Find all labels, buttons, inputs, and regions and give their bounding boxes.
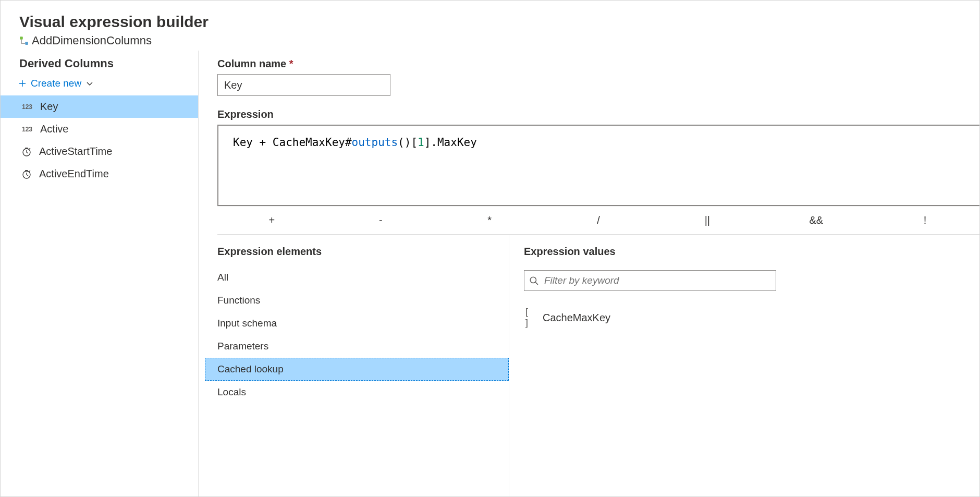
expr-text-3: ].MaxKey bbox=[424, 136, 477, 149]
expression-editor[interactable]: Key + CacheMaxKey#outputs()[1].MaxKey bbox=[217, 125, 979, 206]
values-heading: Expression values bbox=[524, 246, 969, 266]
subtitle-text: AddDimensionColumns bbox=[32, 34, 152, 47]
app-frame: Visual expression builder AddDimensionCo… bbox=[0, 0, 980, 497]
element-category-item[interactable]: Input schema bbox=[217, 312, 509, 335]
expression-values-panel: Expression values [ ]CacheMaxKey bbox=[509, 235, 979, 496]
operator-row: +-*/||&&! bbox=[217, 206, 979, 235]
expression-value-item[interactable]: [ ]CacheMaxKey bbox=[524, 304, 969, 332]
column-item[interactable]: ActiveEndTime bbox=[1, 163, 198, 185]
expr-number: 1 bbox=[418, 136, 424, 149]
operator-button[interactable]: + bbox=[217, 209, 326, 232]
operator-button[interactable]: / bbox=[544, 209, 653, 232]
svg-rect-0 bbox=[20, 37, 23, 40]
column-item[interactable]: ActiveStartTime bbox=[1, 140, 198, 163]
derived-columns-list: 123Key123ActiveActiveStartTimeActiveEndT… bbox=[1, 95, 198, 185]
element-category-item[interactable]: Parameters bbox=[217, 335, 509, 358]
clock-icon bbox=[21, 147, 32, 157]
expr-keyword: outputs bbox=[352, 136, 398, 149]
elements-list: AllFunctionsInput schemaParametersCached… bbox=[217, 266, 509, 404]
svg-rect-1 bbox=[25, 42, 28, 45]
sidebar: Derived Columns Create new 123Key123Acti… bbox=[1, 51, 199, 496]
subtitle-row: AddDimensionColumns bbox=[19, 34, 961, 47]
filter-wrapper bbox=[524, 270, 776, 291]
expression-elements-panel: Expression elements AllFunctionsInput sc… bbox=[217, 235, 509, 496]
column-name-input[interactable] bbox=[217, 74, 390, 96]
sidebar-heading: Derived Columns bbox=[1, 55, 198, 75]
element-category-item[interactable]: All bbox=[217, 266, 509, 289]
main-panel: Column name * Expression Key + CacheMaxK… bbox=[199, 51, 979, 496]
value-label: CacheMaxKey bbox=[543, 312, 610, 324]
plus-icon bbox=[18, 79, 27, 88]
header: Visual expression builder AddDimensionCo… bbox=[1, 1, 979, 51]
page-title: Visual expression builder bbox=[19, 13, 961, 31]
required-indicator: * bbox=[289, 58, 293, 69]
chevron-down-icon bbox=[85, 79, 94, 88]
array-icon: [ ] bbox=[524, 307, 535, 329]
type-badge-number: 123 bbox=[21, 126, 33, 133]
expr-text-2: ()[ bbox=[398, 136, 418, 149]
column-item-label: Active bbox=[40, 123, 68, 135]
search-icon bbox=[529, 276, 538, 285]
column-item-label: Key bbox=[40, 101, 58, 113]
dataflow-icon bbox=[19, 36, 29, 45]
column-item[interactable]: 123Key bbox=[1, 95, 198, 118]
element-category-item[interactable]: Functions bbox=[217, 289, 509, 312]
operator-button[interactable]: * bbox=[435, 209, 544, 232]
svg-point-4 bbox=[530, 277, 536, 283]
body: Derived Columns Create new 123Key123Acti… bbox=[1, 51, 979, 496]
operator-button[interactable]: && bbox=[762, 209, 871, 232]
operator-button[interactable]: ! bbox=[871, 209, 979, 232]
column-name-label: Column name * bbox=[217, 58, 979, 70]
expr-text-1: Key + CacheMaxKey# bbox=[233, 136, 352, 149]
column-item-label: ActiveStartTime bbox=[39, 146, 112, 157]
create-new-label: Create new bbox=[31, 78, 81, 89]
bottom-panels: Expression elements AllFunctionsInput sc… bbox=[217, 235, 979, 496]
clock-icon bbox=[21, 169, 32, 179]
element-category-item[interactable]: Cached lookup bbox=[205, 358, 509, 381]
expression-label: Expression bbox=[217, 108, 979, 120]
filter-input[interactable] bbox=[524, 270, 776, 291]
element-category-item[interactable]: Locals bbox=[217, 381, 509, 404]
values-list: [ ]CacheMaxKey bbox=[524, 304, 969, 332]
type-badge-number: 123 bbox=[21, 103, 33, 111]
column-item[interactable]: 123Active bbox=[1, 118, 198, 140]
operator-button[interactable]: || bbox=[653, 209, 762, 232]
elements-heading: Expression elements bbox=[217, 246, 509, 266]
column-item-label: ActiveEndTime bbox=[39, 168, 109, 180]
operator-button[interactable]: - bbox=[326, 209, 435, 232]
create-new-button[interactable]: Create new bbox=[1, 75, 198, 95]
